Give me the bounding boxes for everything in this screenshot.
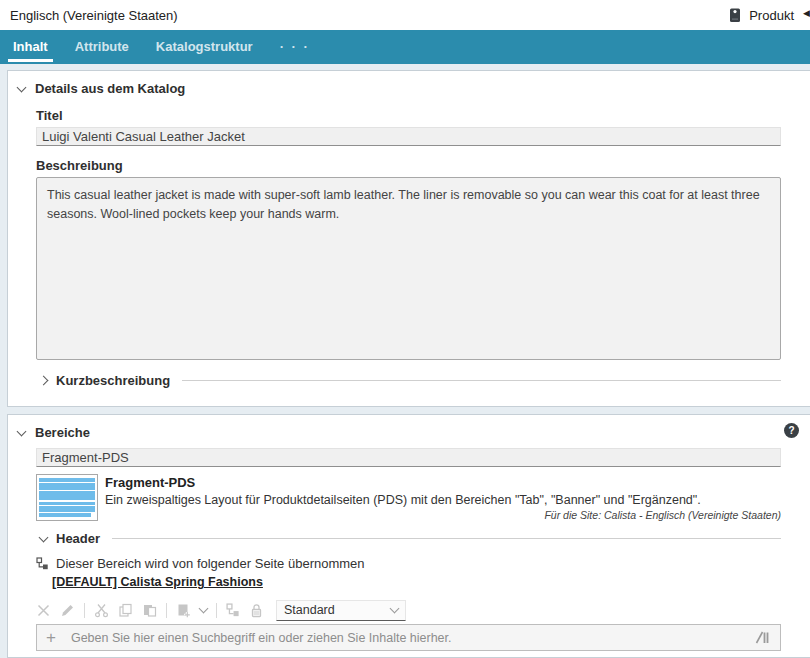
layout-card-title: Fragment-PDS [105, 475, 781, 490]
entity-indicator: Produkt [729, 8, 810, 23]
section-title: Details aus dem Katalog [35, 81, 185, 96]
insert-options-chevron-icon[interactable] [199, 604, 209, 614]
view-mode-select[interactable]: Standard [276, 600, 406, 621]
help-icon[interactable]: ? [784, 423, 799, 438]
thumbnail-stripe [39, 513, 91, 517]
toolbar-separator [166, 603, 167, 618]
tab-katalogstruktur[interactable]: Katalogstruktur [151, 30, 258, 64]
copy-icon[interactable] [118, 603, 133, 618]
select-chevron-icon [390, 604, 400, 614]
tab-bar: Inhalt Attribute Katalogstruktur · · · [0, 30, 810, 64]
product-tag-icon [729, 8, 741, 23]
thumbnail-stripe [39, 478, 95, 482]
tab-inhalt[interactable]: Inhalt [8, 30, 53, 64]
inherit-note-row: Dieser Bereich wird von folgender Seite … [36, 556, 781, 571]
tab-overflow-menu[interactable]: · · · [275, 30, 315, 64]
title-label: Titel [36, 108, 781, 123]
section-divider [112, 538, 781, 539]
short-description-section-header: Kurzbeschreibung [40, 373, 781, 388]
title-input[interactable] [36, 127, 781, 146]
view-mode-selected-value: Standard [284, 603, 335, 617]
language-selector[interactable]: Englisch (Vereinigte Staaten) [10, 8, 178, 23]
content-search-drop-area[interactable]: + [36, 624, 781, 651]
add-content-plus-icon[interactable]: + [46, 629, 56, 646]
thumbnail-stripe [39, 483, 95, 490]
layout-card: Fragment-PDS Ein zweispaltiges Layout fü… [36, 474, 781, 521]
layout-card-body: Fragment-PDS Ein zweispaltiges Layout fü… [105, 474, 781, 521]
tab-attribute[interactable]: Attribute [70, 30, 134, 64]
lock-icon[interactable] [249, 603, 264, 618]
thumbnail-stripe [39, 506, 95, 512]
inherit-note-text: Dieser Bereich wird von folgender Seite … [56, 556, 365, 571]
dynamic-list-icon[interactable] [754, 630, 771, 645]
thumbnail-stripe [39, 491, 95, 500]
header-section-label: Header [56, 531, 100, 546]
layout-name-field[interactable] [36, 448, 781, 467]
toolbar-separator [84, 603, 85, 618]
inherited-page-link[interactable]: [DEFAULT] Calista Spring Fashions [52, 575, 263, 589]
toolbar-separator [216, 603, 217, 618]
header-section-header: Header [40, 531, 781, 546]
thumbnail-stripe [39, 502, 95, 505]
entity-type-label: Produkt [749, 8, 794, 23]
areas-panel: ? Bereiche Fragment-PDS Ein zweispaltige… [7, 414, 810, 658]
edit-pencil-icon[interactable] [60, 603, 75, 618]
cut-scissors-icon[interactable] [94, 603, 109, 618]
short-description-label: Kurzbeschreibung [56, 373, 170, 388]
catalog-details-section-header: Details aus dem Katalog [18, 81, 781, 96]
inheritance-icon [36, 557, 49, 570]
areas-section-header: Bereiche [18, 425, 781, 440]
description-textarea[interactable]: This casual leather jacket is made with … [36, 177, 781, 360]
content-toolbar: Standard [36, 599, 781, 621]
content-search-input[interactable] [69, 630, 754, 646]
panel-gap [7, 407, 810, 414]
layout-card-site-note: Für die Site: Calista - Englisch (Verein… [105, 509, 781, 521]
section-divider [182, 380, 781, 381]
layout-thumbnail [36, 474, 98, 521]
inheritance-toggle-icon[interactable] [226, 603, 240, 617]
collapse-panel-arrow-icon[interactable]: ◀ [803, 8, 810, 18]
insert-content-icon[interactable] [176, 603, 191, 618]
layout-card-description: Ein zweispaltiges Layout für Produktdeta… [105, 493, 781, 507]
page-body: Details aus dem Katalog Titel Beschreibu… [0, 64, 810, 658]
section-title: Bereiche [35, 425, 90, 440]
collapse-chevron-icon[interactable] [17, 82, 27, 92]
top-bar: Englisch (Vereinigte Staaten) Produkt ◀ [0, 0, 810, 30]
catalog-details-panel: Details aus dem Katalog Titel Beschreibu… [7, 70, 810, 407]
expand-chevron-icon[interactable] [39, 376, 49, 386]
remove-icon[interactable] [36, 603, 51, 618]
collapse-chevron-icon[interactable] [39, 532, 49, 542]
paste-icon[interactable] [142, 603, 157, 618]
collapse-chevron-icon[interactable] [17, 426, 27, 436]
description-label: Beschreibung [36, 158, 781, 173]
